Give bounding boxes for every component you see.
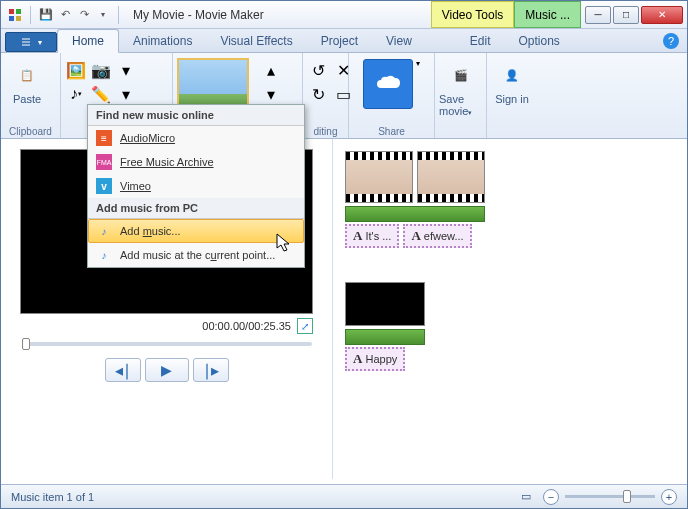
webcam-button[interactable]: 📷 (90, 59, 112, 81)
video-clip[interactable] (345, 282, 425, 326)
group-share-label: Share (353, 125, 430, 138)
svg-rect-0 (9, 9, 14, 14)
fullscreen-icon[interactable]: ⤢ (297, 318, 313, 334)
zoom-in-button[interactable]: + (661, 489, 677, 505)
svg-rect-1 (16, 9, 21, 14)
paste-label: Paste (13, 93, 41, 105)
video-clip[interactable] (417, 151, 485, 203)
add-music-button[interactable]: ♪▾ (65, 83, 87, 105)
audio-track[interactable] (345, 329, 425, 345)
zoom-slider[interactable] (565, 495, 655, 498)
vimeo-icon: v (96, 178, 112, 194)
playback-time: 00:00.00/00:25.35 (202, 320, 291, 332)
dropdown-header-pc: Add music from PC (88, 198, 304, 219)
fma-label: Free Music Archive (120, 156, 214, 168)
menu-item-add-music-current-point[interactable]: ♪ Add music at the current point... (88, 243, 304, 267)
snapshot-button[interactable]: ✏️ (90, 83, 112, 105)
user-icon: 👤 (496, 59, 528, 91)
menu-item-add-music[interactable]: ♪ Add music... (88, 219, 304, 243)
music-note-icon: ♪ (96, 223, 112, 239)
caption-text: It's ... (365, 230, 391, 242)
next-frame-button[interactable]: ∣▸ (193, 358, 229, 382)
caption-clip[interactable]: A It's ... (345, 224, 399, 248)
audiomicro-label: AudioMicro (120, 132, 175, 144)
rotate-left-button[interactable]: ↺ (307, 59, 329, 81)
caption-clip[interactable]: A efwew... (403, 224, 471, 248)
group-clipboard-label: Clipboard (5, 125, 56, 138)
music-note-marker-icon: ♪ (96, 247, 112, 263)
cloud-icon (373, 74, 403, 94)
audiomicro-icon: ≡ (96, 130, 112, 146)
status-text: Music item 1 of 1 (11, 491, 94, 503)
save-movie-button[interactable]: 🎬 Save movie▾ (439, 55, 482, 117)
theme-nav-down[interactable]: ▾ (260, 83, 282, 105)
context-tab-video-tools[interactable]: Video Tools (431, 1, 515, 28)
title-button[interactable]: ▾ (115, 59, 137, 81)
onedrive-button[interactable] (363, 59, 413, 109)
video-clip[interactable] (345, 151, 413, 203)
minimize-button[interactable]: ─ (585, 6, 611, 24)
undo-icon[interactable]: ↶ (57, 7, 73, 23)
add-music-dropdown: Find new music online ≡ AudioMicro FMA F… (87, 104, 305, 268)
dropdown-header-online: Find new music online (88, 105, 304, 126)
caption-text: efwew... (424, 230, 464, 242)
caption-button[interactable]: ▾ (115, 83, 137, 105)
menu-item-vimeo[interactable]: v Vimeo (88, 174, 304, 198)
svg-rect-3 (16, 16, 21, 21)
zoom-thumb[interactable] (623, 490, 631, 503)
maximize-button[interactable]: □ (613, 6, 639, 24)
add-music-label: Add music... (120, 225, 181, 237)
sign-in-label: Sign in (495, 93, 529, 105)
audio-track[interactable] (345, 206, 485, 222)
view-toggle-icon[interactable]: ▭ (521, 490, 531, 503)
prev-frame-button[interactable]: ◂∣ (105, 358, 141, 382)
caption-clip[interactable]: A Happy (345, 347, 405, 371)
svg-rect-2 (9, 16, 14, 21)
file-menu-button[interactable]: ▾ (5, 32, 57, 52)
rotate-right-button[interactable]: ↻ (307, 83, 329, 105)
tab-view[interactable]: View (372, 30, 426, 52)
help-icon[interactable]: ? (663, 33, 679, 49)
tab-project[interactable]: Project (307, 30, 372, 52)
tab-animations[interactable]: Animations (119, 30, 206, 52)
theme-nav-up[interactable]: ▴ (260, 59, 282, 81)
sign-in-button[interactable]: 👤 Sign in (491, 55, 533, 105)
save-icon[interactable]: 💾 (38, 7, 54, 23)
play-button[interactable]: ▶ (145, 358, 189, 382)
paste-button[interactable]: 📋 Paste (5, 55, 49, 105)
context-tab-music-tools[interactable]: Music ... (514, 1, 581, 28)
timeline-pane[interactable]: A It's ... A efwew... A Happy (333, 139, 687, 479)
menu-item-audiomicro[interactable]: ≡ AudioMicro (88, 126, 304, 150)
redo-icon[interactable]: ↷ (76, 7, 92, 23)
fma-icon: FMA (96, 154, 112, 170)
tab-options[interactable]: Options (505, 30, 574, 52)
seek-thumb[interactable] (22, 338, 30, 350)
close-button[interactable]: ✕ (641, 6, 683, 24)
window-title: My Movie - Movie Maker (129, 8, 431, 22)
menu-item-free-music-archive[interactable]: FMA Free Music Archive (88, 150, 304, 174)
caption-text: Happy (365, 353, 397, 365)
tab-home[interactable]: Home (57, 29, 119, 53)
add-videos-button[interactable]: 🖼️ (65, 59, 87, 81)
qat-dropdown-icon[interactable]: ▾ (95, 7, 111, 23)
seek-slider[interactable] (22, 342, 312, 346)
group-editing-label: diting (307, 125, 344, 138)
app-icon (7, 7, 23, 23)
tab-edit[interactable]: Edit (456, 30, 505, 52)
add-music-current-label: Add music at the current point... (120, 249, 275, 261)
zoom-out-button[interactable]: − (543, 489, 559, 505)
vimeo-label: Vimeo (120, 180, 151, 192)
tab-visual-effects[interactable]: Visual Effects (206, 30, 306, 52)
save-movie-icon: 🎬 (445, 59, 477, 91)
save-movie-label: Save movie (439, 93, 468, 117)
clipboard-icon: 📋 (11, 59, 43, 91)
